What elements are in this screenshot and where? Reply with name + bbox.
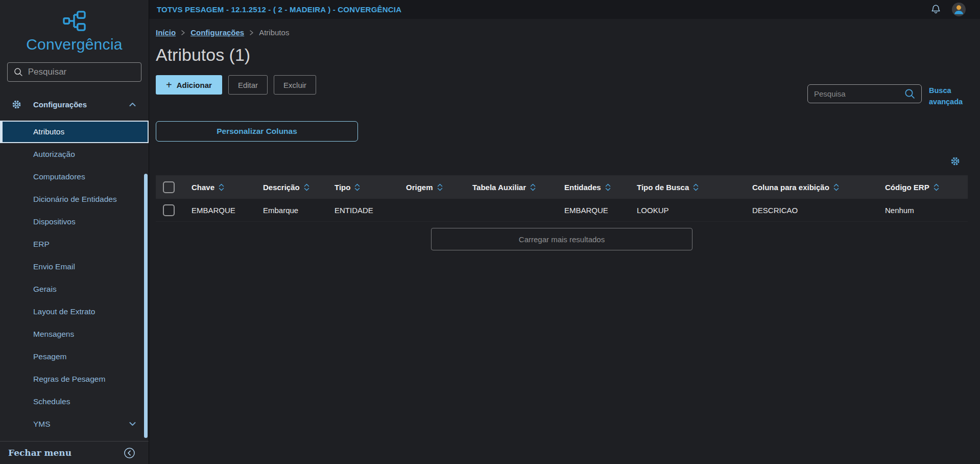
sort-icon[interactable] [437, 183, 443, 191]
main-area: TOTVS PESAGEM - 12.1.2512 - ( 2 - MADEIR… [149, 0, 980, 464]
sidebar-item-label: Schedules [33, 397, 70, 406]
table-row[interactable]: EMBARQUE Embarque ENTIDADE EMBARQUE LOOK… [156, 199, 968, 222]
sort-icon[interactable] [219, 183, 224, 191]
load-more-button[interactable]: Carregar mais resultados [431, 228, 692, 250]
sidebar-item-erp[interactable]: ERP [0, 233, 149, 256]
table-header-row: Chave Descrição Tipo Origem Tabela Auxil… [156, 175, 968, 199]
breadcrumb: Início Configurações Atributos [156, 28, 968, 37]
cell-chave: EMBARQUE [192, 206, 263, 215]
add-button[interactable]: + Adicionar [156, 75, 222, 95]
plus-icon: + [166, 80, 172, 90]
collapse-circle-icon[interactable] [124, 447, 135, 459]
cell-tipo: ENTIDADE [334, 206, 406, 215]
page-content: Início Configurações Atributos Atributos… [149, 19, 980, 464]
sidebar-item-label: Dispositivos [33, 217, 76, 226]
sidebar-item-dispositivos[interactable]: Dispositivos [0, 211, 149, 233]
sidebar-item-label: Dicionário de Entidades [33, 195, 117, 204]
column-header-tipo[interactable]: Tipo [334, 183, 350, 192]
chevron-right-icon [249, 30, 254, 36]
sidebar-item-label: Pesagem [33, 352, 66, 361]
app-logo: Convergência [0, 0, 149, 53]
table-search[interactable] [807, 84, 922, 103]
gear-icon [11, 99, 22, 110]
sidebar-footer: Fechar menu [0, 441, 149, 464]
column-header-descricao[interactable]: Descrição [263, 183, 300, 192]
sort-icon[interactable] [833, 183, 839, 191]
sidebar-item-gerais[interactable]: Gerais [0, 278, 149, 300]
sidebar-search[interactable] [7, 62, 141, 82]
attributes-table: Chave Descrição Tipo Origem Tabela Auxil… [156, 175, 968, 222]
search-icon [14, 67, 23, 77]
select-all-checkbox[interactable] [163, 181, 175, 193]
sidebar-menu: Atributos Autorização Computadores Dicio… [0, 121, 149, 435]
sidebar-item-regras-de-pesagem[interactable]: Regras de Pesagem [0, 368, 149, 390]
sidebar-item-dicionario-de-entidades[interactable]: Dicionário de Entidades [0, 188, 149, 211]
sidebar-scrollbar[interactable] [144, 174, 148, 438]
sidebar-item-pesagem[interactable]: Pesagem [0, 345, 149, 368]
breadcrumb-home-link[interactable]: Início [156, 28, 176, 37]
chevron-right-icon [181, 30, 185, 36]
sort-icon[interactable] [304, 183, 309, 191]
sidebar-item-label: Atributos [33, 127, 64, 136]
sidebar-item-label: Envio Email [33, 262, 75, 271]
sidebar-item-yms[interactable]: YMS [0, 413, 149, 435]
app-window: Convergência Configurações Atributos Aut… [0, 0, 980, 464]
cell-codigo-erp: Nenhum [885, 206, 968, 215]
sidebar-item-label: Gerais [33, 285, 57, 294]
sidebar-item-label: Mensagens [33, 330, 74, 339]
edit-button[interactable]: Editar [228, 75, 268, 95]
sidebar: Convergência Configurações Atributos Aut… [0, 0, 149, 464]
sidebar-item-label: Layout de Extrato [33, 307, 95, 316]
close-menu-button[interactable]: Fechar menu [8, 448, 71, 458]
column-header-tabela-auxiliar[interactable]: Tabela Auxiliar [472, 183, 526, 192]
cell-descricao: Embarque [263, 206, 334, 215]
breadcrumb-configuracoes-link[interactable]: Configurações [190, 28, 244, 37]
column-header-coluna-para-exibicao[interactable]: Coluna para exibição [752, 183, 829, 192]
bell-icon[interactable] [930, 4, 942, 15]
topbar-title: TOTVS PESAGEM - 12.1.2512 - ( 2 - MADEIR… [157, 5, 401, 14]
row-select-cell [156, 204, 192, 216]
column-header-tipo-de-busca[interactable]: Tipo de Busca [637, 183, 689, 192]
section-label: Configurações [33, 100, 87, 109]
row-checkbox[interactable] [163, 204, 175, 216]
sidebar-item-atributos[interactable]: Atributos [0, 121, 149, 143]
sort-icon[interactable] [605, 183, 611, 191]
sidebar-item-label: Computadores [33, 172, 85, 181]
advanced-search-link[interactable]: Busca avançada [929, 85, 970, 108]
breadcrumb-current: Atributos [259, 28, 289, 37]
customize-columns-button[interactable]: Personalizar Colunas [156, 121, 358, 142]
table-settings-gear-icon[interactable] [950, 156, 961, 169]
sidebar-item-schedules[interactable]: Schedules [0, 390, 149, 413]
sidebar-search-input[interactable] [28, 67, 135, 77]
search-icon[interactable] [904, 88, 915, 99]
delete-button[interactable]: Excluir [274, 75, 316, 95]
add-button-label: Adicionar [177, 81, 212, 89]
cell-coluna-para-exibicao: DESCRICAO [752, 206, 885, 215]
column-header-chave[interactable]: Chave [192, 183, 214, 192]
column-header-codigo-erp[interactable]: Código ERP [885, 183, 929, 192]
sidebar-section-configuracoes[interactable]: Configurações [0, 94, 149, 114]
sort-icon[interactable] [530, 183, 536, 191]
table-search-input[interactable] [814, 89, 900, 98]
sidebar-item-label: Regras de Pesagem [33, 375, 105, 384]
sidebar-item-label: YMS [33, 420, 51, 429]
hierarchy-logo-icon [62, 10, 87, 32]
chevron-down-icon[interactable] [129, 422, 136, 427]
sidebar-item-autorizacao[interactable]: Autorização [0, 143, 149, 166]
user-avatar[interactable] [952, 3, 966, 16]
sidebar-item-envio-email[interactable]: Envio Email [0, 256, 149, 278]
sidebar-item-label: ERP [33, 240, 50, 249]
sort-icon[interactable] [693, 183, 699, 191]
chevron-up-icon[interactable] [129, 102, 136, 107]
sort-icon[interactable] [934, 183, 939, 191]
sidebar-item-mensagens[interactable]: Mensagens [0, 323, 149, 345]
cell-entidades: EMBARQUE [564, 206, 637, 215]
column-header-origem[interactable]: Origem [406, 183, 433, 192]
app-title: Convergência [0, 36, 149, 53]
sort-icon[interactable] [354, 183, 360, 191]
sidebar-item-layout-de-extrato[interactable]: Layout de Extrato [0, 300, 149, 323]
column-header-entidades[interactable]: Entidades [564, 183, 601, 192]
sidebar-item-label: Autorização [33, 150, 75, 159]
sidebar-item-computadores[interactable]: Computadores [0, 166, 149, 188]
cell-tipo-de-busca: LOOKUP [637, 206, 752, 215]
